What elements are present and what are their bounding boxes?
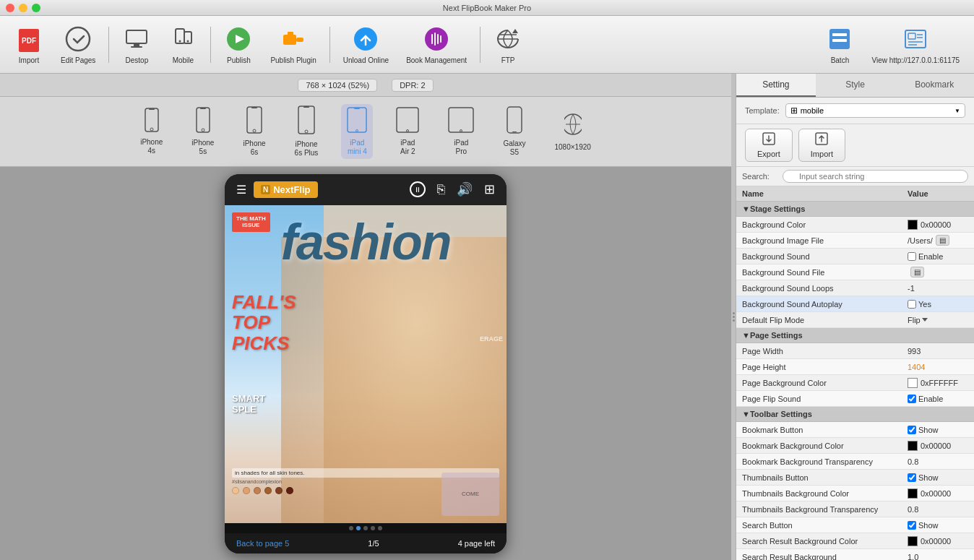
grid-icon[interactable]: ⊞ [484, 181, 495, 197]
iphone6splus-icon [298, 105, 315, 137]
bookmark-bg-color-value[interactable]: 0x00000 [902, 439, 974, 453]
tab-setting[interactable]: Setting [736, 74, 816, 97]
bg-image-browse[interactable]: ▤ [936, 235, 949, 246]
hamburger-icon[interactable]: ☰ [236, 183, 246, 197]
minimize-button[interactable] [19, 4, 27, 12]
flip-mode-value[interactable]: Flip [902, 314, 974, 327]
tab-style[interactable]: Style [816, 74, 895, 97]
device-1080x1920[interactable]: 1080×1920 [549, 108, 597, 155]
bg-sound-file-value[interactable]: ▤ [902, 264, 974, 280]
toolbar-item-publish[interactable]: Publish [217, 20, 260, 69]
import-button[interactable]: Import [798, 129, 845, 162]
toolbar-item-unload-online[interactable]: Unload Online [336, 20, 396, 69]
dot-5[interactable] [378, 526, 382, 530]
search-result-bg-color-value[interactable]: 0x00000 [902, 534, 974, 548]
thumbnails-btn-value[interactable]: Show [902, 471, 974, 484]
template-grid-icon: ⊞ [790, 105, 798, 116]
toolbar-item-publish-plugin[interactable]: Publish Plugin [263, 20, 323, 69]
device-iphone5s[interactable]: iPhone5s [186, 104, 220, 159]
thumbnails-btn-checkbox[interactable] [908, 473, 916, 482]
bg-sound-autoplay-value[interactable]: Yes [902, 298, 974, 311]
dot-3[interactable] [363, 526, 368, 530]
dot-2[interactable] [356, 526, 361, 530]
iphone5s-icon [196, 107, 210, 136]
device-iphone6splus[interactable]: iPhone6s Plus [289, 103, 324, 160]
template-section: Template: ⊞ mobile ▼ [736, 98, 974, 124]
search-result-bg-color-swatch[interactable] [908, 536, 918, 546]
svg-point-32 [150, 128, 153, 131]
volume-icon[interactable]: 🔊 [457, 181, 473, 197]
pause-icon[interactable]: ⏸ [410, 181, 426, 197]
svg-text:PDF: PDF [22, 37, 36, 45]
bg-sound-autoplay-checkbox[interactable] [908, 300, 916, 309]
settings-table: Name Value ▼Stage Settings Background Co… [736, 186, 974, 560]
bg-sound-checkbox[interactable] [908, 252, 916, 261]
toolbar-item-view-http[interactable]: View http://127.0.0.1:61175 [864, 20, 967, 69]
template-select[interactable]: ⊞ mobile ▼ [785, 103, 965, 118]
dot-1[interactable] [349, 526, 353, 530]
toolbar-sep-3 [329, 27, 330, 63]
page-bg-color-swatch[interactable] [908, 378, 918, 388]
tab-bookmark[interactable]: Bookmark [895, 74, 974, 97]
bookmark-btn-checkbox[interactable] [908, 426, 916, 434]
bg-sound-file-browse[interactable]: ▤ [910, 267, 924, 277]
svg-rect-23 [832, 39, 847, 42]
device-iphone4s[interactable]: iPhone4s [134, 105, 168, 158]
page-flip-sound-checkbox[interactable] [908, 395, 916, 403]
settings-row-bookmark-bg-color: Bookmark Background Color 0x00000 [736, 438, 974, 454]
search-btn-value[interactable]: Show [902, 519, 974, 532]
template-label: Template: [745, 106, 780, 115]
page-bg-color-value[interactable]: 0xFFFFFF [902, 376, 974, 390]
close-button[interactable] [6, 4, 14, 12]
bg-color-swatch[interactable] [908, 220, 918, 230]
page-flip-sound-value[interactable]: Enable [902, 392, 974, 405]
logo-text: NextFlip [273, 184, 310, 195]
bookmark-bg-color-swatch[interactable] [908, 441, 918, 451]
toolbar-item-book-management[interactable]: Book Management [399, 20, 474, 69]
toolbar-item-mobile[interactable]: Mobile [161, 20, 204, 69]
toolbar-settings-group[interactable]: ▼Toolbar Settings [736, 407, 974, 422]
toolbar-item-batch[interactable]: Batch [818, 20, 861, 69]
thumbnails-bg-color-value[interactable]: 0x00000 [902, 486, 974, 501]
bg-sound-value[interactable]: Enable [902, 250, 974, 263]
1080x1920-label: 1080×1920 [555, 143, 591, 152]
search-input[interactable] [783, 170, 968, 183]
preview-area: ☰ N NextFlip ⏸ ⎘ 🔊 ⊞ [0, 167, 731, 560]
dot-4[interactable] [371, 526, 375, 530]
svg-rect-37 [251, 107, 257, 108]
settings-row-thumbnails-btn: Thumbnails Button Show [736, 470, 974, 486]
svg-point-38 [253, 129, 256, 132]
stage-settings-group[interactable]: ▼Stage Settings [736, 202, 974, 217]
maximize-button[interactable] [32, 4, 40, 12]
phone-toolbar-right: ⏸ ⎘ 🔊 ⊞ [410, 181, 495, 197]
iphone4s-icon [144, 108, 160, 135]
thumbnails-bg-color-swatch[interactable] [908, 488, 918, 499]
settings-row-page-width: Page Width 993 [736, 343, 974, 359]
ipadair2-label: iPadAir 2 [400, 139, 415, 156]
bookmark-btn-value[interactable]: Show [902, 423, 974, 436]
export-button[interactable]: Export [745, 129, 793, 162]
device-iphone6s[interactable]: iPhone6s [237, 103, 271, 160]
device-ipadair2[interactable]: iPadAir 2 [390, 104, 425, 159]
page-flip-sound-name: Page Flip Sound [736, 392, 902, 405]
flip-mode-dropdown[interactable] [922, 318, 928, 322]
share-icon[interactable]: ⎘ [437, 182, 445, 197]
device-ipadmini4[interactable]: iPadmini 4 [341, 104, 373, 159]
toolbar-item-import[interactable]: PDF Import [7, 20, 51, 69]
phone-dots [225, 523, 507, 533]
search-btn-checkbox[interactable] [908, 521, 916, 530]
toolbar-item-edit-pages[interactable]: Edit Pages [53, 20, 103, 69]
toolbar-item-ftp[interactable]: FTP [486, 20, 530, 69]
toolbar-item-desktop[interactable]: Destop [115, 20, 158, 69]
settings-row-search-btn: Search Button Show [736, 517, 974, 533]
back-to-page[interactable]: Back to page 5 [236, 539, 289, 548]
bookmark-bg-color-name: Bookmark Background Color [736, 439, 902, 452]
page-settings-group[interactable]: ▼Page Settings [736, 328, 974, 343]
dpr-badge: DPR: 2 [392, 79, 433, 92]
bg-image-value[interactable]: /Users/ ▤ [902, 233, 974, 248]
device-galaxys5[interactable]: GalaxyS5 [497, 103, 531, 160]
device-ipadpro[interactable]: iPadPro [442, 104, 480, 159]
nextflip-logo: N NextFlip [254, 181, 318, 198]
settings-row-flip-mode: Default Flip Mode Flip [736, 312, 974, 328]
bg-color-value[interactable]: 0x00000 [902, 217, 974, 232]
